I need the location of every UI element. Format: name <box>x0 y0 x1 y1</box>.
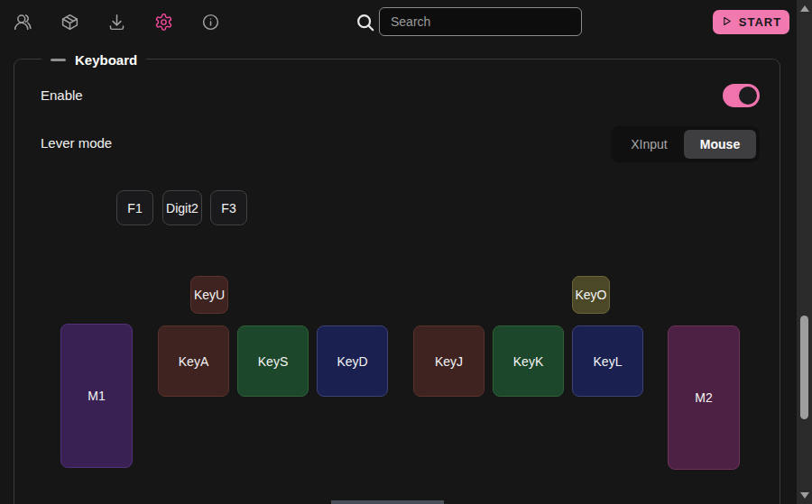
key-button-m2[interactable]: M2 <box>668 325 740 470</box>
key-button-keyl[interactable]: KeyL <box>572 325 643 397</box>
scrollbar-thumb[interactable] <box>800 316 808 419</box>
keyboard-section-legend: Keyboard <box>42 50 146 69</box>
users-nav-button[interactable] <box>7 8 38 39</box>
key-button-keya[interactable]: KeyA <box>158 325 229 397</box>
vertical-scrollbar[interactable] <box>797 0 812 504</box>
key-button-keys[interactable]: KeyS <box>237 325 309 397</box>
key-button-keyk[interactable]: KeyK <box>493 325 564 397</box>
collapse-dash-icon[interactable] <box>51 59 66 61</box>
key-button-keyd[interactable]: KeyD <box>317 325 388 397</box>
download-icon <box>107 13 126 34</box>
keyboard-section-title: Keyboard <box>75 52 137 68</box>
start-button[interactable]: START <box>713 10 789 34</box>
settings-gear-icon <box>154 13 173 34</box>
key-button-m1[interactable]: M1 <box>60 324 133 468</box>
info-icon <box>201 13 220 34</box>
scrollbar-up-arrow-icon[interactable] <box>800 5 809 12</box>
lever-mode-label: Lever mode <box>41 135 112 151</box>
scrollbar-down-arrow-icon[interactable] <box>800 492 809 499</box>
info-nav-button[interactable] <box>195 8 226 39</box>
partially-visible-element <box>331 500 444 504</box>
enable-label: Enable <box>41 87 83 103</box>
start-button-label: START <box>739 15 781 29</box>
settings-nav-button[interactable] <box>148 8 179 39</box>
lever-mode-option-xinput[interactable]: XInput <box>614 130 684 159</box>
key-button-f1[interactable]: F1 <box>116 190 153 225</box>
play-icon <box>721 15 733 30</box>
enable-toggle-knob <box>739 87 757 105</box>
lever-mode-segmented-control: XInput Mouse <box>611 126 760 162</box>
download-nav-button[interactable] <box>101 8 132 39</box>
search-icon <box>355 13 375 32</box>
users-icon <box>14 13 32 34</box>
key-button-digit2[interactable]: Digit2 <box>162 190 202 225</box>
search-input[interactable] <box>379 7 582 36</box>
key-button-f3[interactable]: F3 <box>210 190 247 225</box>
package-nav-button[interactable] <box>54 8 85 39</box>
package-icon <box>60 13 79 34</box>
enable-toggle[interactable] <box>723 84 760 107</box>
key-button-keyo[interactable]: KeyO <box>572 276 610 314</box>
key-button-keyu[interactable]: KeyU <box>190 276 228 314</box>
keyboard-section: Keyboard Enable Lever mode XInput Mouse … <box>14 59 780 504</box>
lever-mode-option-mouse[interactable]: Mouse <box>684 130 756 159</box>
key-button-keyj[interactable]: KeyJ <box>413 325 484 397</box>
topbar: START <box>0 0 797 47</box>
